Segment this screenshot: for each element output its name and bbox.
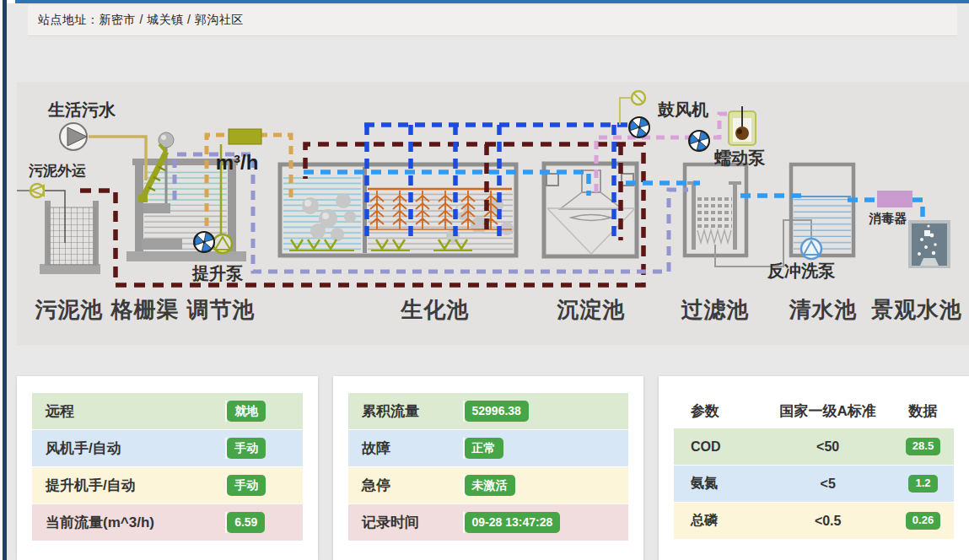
value-badge: 0.26 <box>906 512 940 530</box>
status-badge: 正常 <box>465 438 503 458</box>
value-badge: 6.59 <box>227 512 265 532</box>
value-badge: 28.5 <box>906 438 940 455</box>
column-header: 数据 <box>892 401 954 421</box>
param-name: 氨氮 <box>674 475 763 493</box>
table-row: 急停 未激活 <box>348 467 628 503</box>
tank-label-sedimentation: 沉淀池 <box>557 297 626 322</box>
sludge-out-label: 污泥外运 <box>28 163 86 179</box>
flow-meter-box <box>229 129 261 144</box>
biochemical-tank <box>280 164 516 256</box>
disinfector-label: 消毒器 <box>869 211 907 225</box>
table-row: 记录时间 09-28 13:47:28 <box>348 504 628 541</box>
dosing-jar-icon <box>729 106 756 145</box>
row-label: 急停 <box>348 476 463 495</box>
row-label: 故障 <box>348 439 463 458</box>
table-row: 累积流量 52996.38 <box>348 393 628 429</box>
site-address-text: 站点地址：新密市 / 城关镇 / 郭沟社区 <box>28 13 244 28</box>
sludge-tank <box>40 191 100 274</box>
table-row: 总磷 <0.5 0.26 <box>674 503 954 539</box>
param-name: COD <box>674 439 763 455</box>
column-header: 国家一级A标准 <box>763 401 892 421</box>
param-standard: <50 <box>763 439 892 455</box>
backwash-pump-label: 反冲洗泵 <box>767 261 836 280</box>
status-badge: 手动 <box>227 438 266 458</box>
control-status-card: 远程 就地 风机手/自动 手动 提升机手/自动 手动 当前流量(m^3/h) 6… <box>17 376 318 560</box>
blower-label: 鼓风机 <box>657 100 708 119</box>
row-label: 当前流量(m^3/h) <box>32 513 225 532</box>
clear-water-tank <box>791 164 853 259</box>
row-label: 远程 <box>32 401 225 421</box>
tank-label-biochemical: 生化池 <box>401 297 470 322</box>
status-badge: 未激活 <box>465 475 515 495</box>
backwash-pump-icon <box>801 239 821 259</box>
flow-unit-label: m³/h <box>216 151 259 174</box>
row-label: 记录时间 <box>348 513 463 532</box>
status-badge: 就地 <box>227 401 266 421</box>
sludge-out-valve-icon <box>17 184 44 197</box>
top-accent-bar <box>15 0 969 3</box>
disinfector-box <box>877 191 912 207</box>
table-row: 当前流量(m^3/h) 6.59 <box>32 504 303 541</box>
scada-dashboard: 站点地址：新密市 / 城关镇 / 郭沟社区 <box>0 0 969 560</box>
value-badge: 1.2 <box>908 475 937 493</box>
row-label: 风机手/自动 <box>32 439 225 458</box>
value-badge: 52996.38 <box>465 401 529 421</box>
site-address-bar: 站点地址：新密市 / 城关镇 / 郭沟社区 <box>28 5 957 36</box>
landscape-pool <box>908 220 950 268</box>
tank-label-sludge: 污泥池 <box>35 297 104 322</box>
param-standard: <5 <box>763 477 892 492</box>
column-header: 参数 <box>674 401 763 421</box>
tank-label-grille: 格栅渠 <box>110 297 180 322</box>
dosing-pump-label: 蠕动泵 <box>713 148 766 167</box>
lift-pump-valve-icon <box>213 234 232 253</box>
row-label: 累积流量 <box>348 401 463 421</box>
left-accent-strip <box>3 0 7 560</box>
process-diagram-panel: 生活污水 污泥外运 m³/h 提升泵 鼓风机 蠕动泵 消毒器 反冲洗泵 污泥池 … <box>17 82 969 345</box>
table-row: 风机手/自动 手动 <box>32 430 303 466</box>
table-row: 提升机手/自动 手动 <box>32 467 303 503</box>
table-row: 故障 正常 <box>348 430 628 466</box>
blower-valve-icon <box>632 91 645 105</box>
inflow-pump-icon <box>60 123 87 150</box>
table-header-row: 参数 国家一级A标准 数据 <box>674 393 954 428</box>
table-row: 远程 就地 <box>32 393 303 429</box>
row-label: 提升机手/自动 <box>32 476 225 495</box>
table-row: COD <50 28.5 <box>674 428 954 465</box>
param-name: 总磷 <box>674 512 763 530</box>
flow-status-card: 累积流量 52996.38 故障 正常 急停 未激活 记录时间 09-28 13… <box>333 376 643 560</box>
dosing-pump-fan-icon <box>686 131 709 153</box>
tank-label-clearwater: 清水池 <box>789 297 858 322</box>
lift-pump-label: 提升泵 <box>191 264 244 283</box>
timestamp-badge: 09-28 13:47:28 <box>465 512 561 532</box>
tank-label-landscape: 景观水池 <box>870 297 962 322</box>
tank-label-regulating: 调节池 <box>186 297 256 322</box>
inflow-label: 生活污水 <box>47 100 116 119</box>
status-badge: 手动 <box>227 475 266 495</box>
tank-label-filter: 过滤池 <box>681 297 750 322</box>
param-standard: <0.5 <box>763 514 892 529</box>
table-row: 氨氮 <5 1.2 <box>674 466 954 502</box>
process-diagram: 生活污水 污泥外运 m³/h 提升泵 鼓风机 蠕动泵 消毒器 反冲洗泵 污泥池 … <box>17 82 969 345</box>
water-quality-card: 参数 国家一级A标准 数据 COD <50 28.5 氨氮 <5 1.2 总磷 … <box>659 376 969 560</box>
